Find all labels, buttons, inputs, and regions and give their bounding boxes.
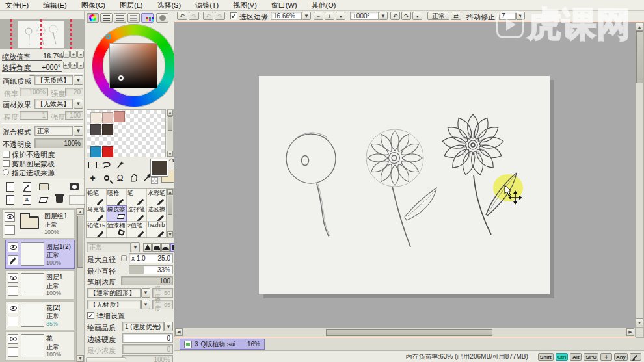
lasso-tool[interactable] xyxy=(100,159,113,170)
canvas-rotation-field[interactable]: +000° xyxy=(350,12,379,20)
undo-button[interactable]: ↶ xyxy=(177,12,187,20)
advanced-settings-checkbox[interactable]: ✓ xyxy=(87,312,94,319)
brush-airbrush[interactable]: 喷枪 xyxy=(107,189,127,205)
clear-layer-button[interactable] xyxy=(36,194,51,205)
brush-hezhib[interactable]: hezhib xyxy=(147,222,167,238)
nav-rotate-ccw-button[interactable]: ↶ xyxy=(63,62,70,69)
swatch-darkbrown[interactable] xyxy=(102,124,113,135)
color-wheel-tab[interactable] xyxy=(87,13,99,23)
visibility-toggle[interactable] xyxy=(5,212,15,222)
clipping-mask-checkbox[interactable] xyxy=(3,160,10,167)
brush-pencil[interactable]: 铅笔 xyxy=(87,189,107,205)
layer-extra-toggle[interactable] xyxy=(5,225,15,235)
stabilizer-field[interactable]: 7 xyxy=(499,12,516,20)
nav-rotate-reset-button[interactable]: ▪ xyxy=(77,62,84,69)
scrollbar-thumb[interactable] xyxy=(168,196,172,215)
visibility-toggle[interactable] xyxy=(8,273,18,283)
scroll-left-button[interactable]: ◀ xyxy=(175,328,183,336)
rotation-dropdown-button[interactable]: ▼ xyxy=(379,12,388,20)
layer-opacity-slider[interactable]: 100% xyxy=(34,138,83,148)
brush-texture-dropdown-button[interactable]: ▼ xyxy=(141,300,150,309)
layer-row[interactable]: 图层1 正常 100% xyxy=(5,270,75,300)
brush-marker[interactable]: 马克笔 xyxy=(87,205,107,222)
new-folder-button[interactable] xyxy=(36,181,51,192)
scroll-up-button[interactable]: ▲ xyxy=(636,23,643,31)
menu-layer[interactable]: 图层(L) xyxy=(120,1,142,10)
delete-layer-button[interactable] xyxy=(52,194,66,205)
menu-others[interactable]: 其他(O) xyxy=(312,1,336,10)
magic-wand-tool[interactable] xyxy=(114,159,126,170)
swatch-scrollbar[interactable]: ▲ ▼ xyxy=(167,109,174,157)
scrollbar-thumb[interactable] xyxy=(168,116,172,131)
brush-shape-dropdown-button[interactable]: ▼ xyxy=(141,288,150,298)
foreground-color-chip[interactable] xyxy=(151,159,168,176)
menu-view[interactable]: 视图(V) xyxy=(233,1,257,10)
menu-file[interactable]: 文件(F) xyxy=(5,1,29,10)
brush-shape-dome[interactable] xyxy=(152,243,161,252)
navigator-preview[interactable] xyxy=(0,19,85,49)
menu-image[interactable]: 图像(C) xyxy=(81,1,105,10)
material-effect-select[interactable]: 【无效果】 xyxy=(34,99,73,109)
brush-pencil15[interactable]: 铅笔15 xyxy=(87,222,107,238)
scroll-up-button[interactable]: ▲ xyxy=(77,208,84,215)
layer-mask-button[interactable] xyxy=(67,181,81,192)
min-diameter-slider[interactable]: 33% xyxy=(129,265,173,274)
layer-list-scrollbar[interactable]: ▲ ▼ xyxy=(76,208,84,362)
brush-eraser-selected[interactable]: 橡皮擦 xyxy=(107,205,127,222)
hand-tool[interactable] xyxy=(127,172,140,183)
scroll-down-button[interactable]: ▼ xyxy=(77,355,84,362)
layer-row-selected[interactable]: 图层1(2) 正常 100% xyxy=(5,240,75,269)
zoom-tool[interactable] xyxy=(100,172,113,183)
blend-mode-select[interactable]: 正常 xyxy=(34,126,73,136)
brush-shape-triangle[interactable] xyxy=(143,243,152,252)
zoom-dropdown-button[interactable]: ▼ xyxy=(302,12,311,20)
scrollbar-thumb[interactable] xyxy=(636,31,643,83)
max-diameter-unit-button[interactable] xyxy=(121,255,127,261)
canvas-page[interactable] xyxy=(259,76,550,294)
visibility-toggle[interactable] xyxy=(8,334,18,344)
stabilizer-dropdown-button[interactable]: ▼ xyxy=(516,12,525,20)
swatches-tab[interactable] xyxy=(141,13,154,23)
scroll-down-button[interactable]: ▼ xyxy=(167,151,173,157)
rotate-view-tool[interactable]: Ω xyxy=(114,172,126,183)
swatch-pink[interactable] xyxy=(102,112,113,123)
brush-texture-select[interactable]: 【无材质】 xyxy=(87,300,141,309)
brush-grid-scrollbar[interactable]: ▲ ▼ xyxy=(167,188,174,238)
menu-edit[interactable]: 编辑(E) xyxy=(43,1,67,10)
zoom-out-button[interactable]: − xyxy=(314,12,323,20)
max-diameter-field[interactable]: x 1.025.0 xyxy=(129,253,173,263)
brush-pen[interactable]: 笔 xyxy=(127,189,147,205)
canvas-viewport[interactable] xyxy=(174,22,636,328)
scrollbar-thumb[interactable] xyxy=(77,216,83,268)
menu-filter[interactable]: 滤镜(T) xyxy=(195,1,219,10)
menu-select[interactable]: 选择(S) xyxy=(157,1,181,10)
flip-view-button[interactable]: ⇄ xyxy=(451,12,461,20)
zoom-reset-button[interactable]: ▪ xyxy=(336,12,345,20)
document-tab[interactable]: 3 Q版植物.sai 16% xyxy=(180,339,265,350)
canvas-zoom-field[interactable]: 16.66% xyxy=(271,12,302,20)
scrollbar-thumb[interactable] xyxy=(326,329,492,336)
swatch-blue[interactable] xyxy=(90,146,101,157)
scratchpad-tab[interactable] xyxy=(156,13,168,23)
scroll-up-button[interactable]: ▲ xyxy=(167,189,173,195)
brush-shape-select[interactable]: 【通常的圆形】 xyxy=(87,288,141,298)
mixer-tab[interactable] xyxy=(127,13,140,23)
paper-texture-dropdown-button[interactable]: ▼ xyxy=(74,75,83,85)
layer-row[interactable]: 花 正常 100% xyxy=(5,331,75,361)
swatch-rose[interactable] xyxy=(114,111,125,122)
protect-opacity-checkbox[interactable] xyxy=(3,151,10,158)
nav-zoom-in-button[interactable]: + xyxy=(70,51,77,58)
layer-extra-toggle[interactable] xyxy=(8,286,18,296)
saturation-value-box[interactable] xyxy=(109,43,157,88)
nav-rotation-slider[interactable] xyxy=(2,71,62,72)
swatch-cream[interactable] xyxy=(90,112,101,123)
nav-zoom-reset-button[interactable]: ▪ xyxy=(77,51,84,58)
brush-watercolor[interactable]: 水彩笔 xyxy=(147,189,167,205)
scroll-up-button[interactable]: ▲ xyxy=(167,110,173,116)
hsv-slider-tab[interactable] xyxy=(114,13,126,23)
new-layer-button[interactable] xyxy=(3,181,17,192)
layer-row[interactable]: 花(2) 正常 35% xyxy=(5,301,75,330)
swatch-panel[interactable] xyxy=(87,109,166,157)
rgb-slider-tab[interactable] xyxy=(100,13,113,23)
swatch-red[interactable] xyxy=(102,146,113,157)
